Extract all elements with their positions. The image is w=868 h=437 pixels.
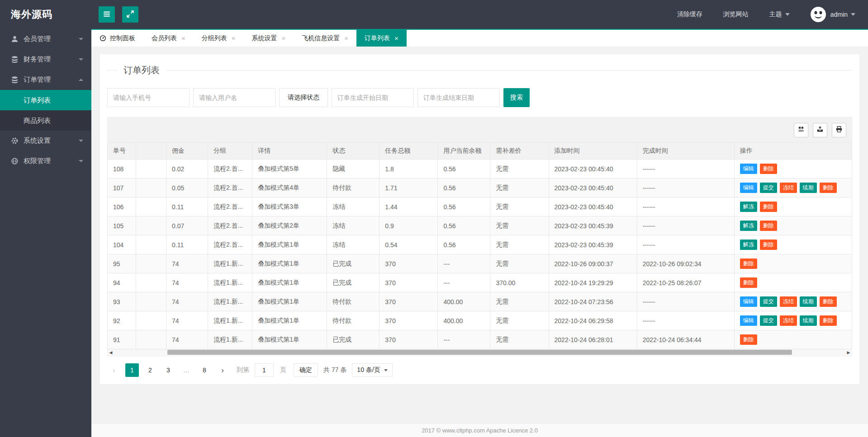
action-button-red[interactable]: 删除 bbox=[760, 164, 777, 174]
page-button-8[interactable]: 8 bbox=[198, 363, 211, 377]
collapse-sidebar-button[interactable] bbox=[99, 6, 115, 23]
action-button-blue[interactable]: 编辑 bbox=[740, 183, 757, 193]
action-button-red[interactable]: 删除 bbox=[760, 221, 777, 231]
table-cell: 0.07 bbox=[166, 216, 208, 235]
phone-input[interactable] bbox=[107, 88, 190, 107]
fullscreen-button[interactable] bbox=[122, 6, 138, 23]
action-button-blue[interactable]: 编辑 bbox=[740, 315, 757, 326]
action-button-red[interactable]: 删除 bbox=[740, 277, 757, 288]
next-page-button[interactable]: › bbox=[216, 363, 229, 377]
action-button-red[interactable]: 删除 bbox=[820, 183, 837, 193]
start-date-input[interactable] bbox=[332, 88, 414, 107]
columns-button[interactable] bbox=[794, 123, 808, 137]
table-cell: 74 bbox=[166, 292, 208, 311]
action-button-blue[interactable]: 编辑 bbox=[740, 296, 757, 307]
action-button-teal[interactable]: 提交 bbox=[760, 296, 777, 307]
sidebar-item-label: 订单管理 bbox=[24, 75, 79, 84]
table-cell: 叠加模式第1单 bbox=[252, 292, 327, 311]
scroll-right-arrow-icon[interactable]: ▶ bbox=[845, 349, 852, 356]
tab-plane-info[interactable]: 飞机信息设置× bbox=[294, 30, 356, 47]
table-cell bbox=[136, 273, 166, 292]
close-icon[interactable]: × bbox=[232, 35, 236, 42]
action-button-teal[interactable]: 提交 bbox=[760, 315, 777, 326]
table-cell: 0.56 bbox=[438, 179, 490, 197]
table-row: 9274流程1.新...叠加模式第1单待付款370400.00无需2022-10… bbox=[108, 311, 852, 330]
username-input[interactable] bbox=[193, 88, 275, 107]
close-icon[interactable]: × bbox=[282, 35, 286, 42]
tab-dashboard[interactable]: 控制面板 bbox=[91, 30, 143, 47]
user-menu[interactable]: admin bbox=[830, 11, 855, 18]
confirm-button[interactable]: 确定 bbox=[294, 363, 318, 377]
action-button-teal[interactable]: 续期 bbox=[800, 183, 817, 193]
table-cell: 0.54 bbox=[379, 235, 438, 254]
page-button-3[interactable]: 3 bbox=[161, 363, 175, 377]
sidebar-item-permission[interactable]: 权限管理 bbox=[0, 151, 91, 171]
action-button-teal[interactable]: 解冻 bbox=[740, 221, 757, 231]
sidebar-item-order-list[interactable]: 订单列表 bbox=[0, 90, 91, 110]
tab-group-list[interactable]: 分组列表× bbox=[194, 30, 244, 47]
sidebar-item-label: 系统设置 bbox=[24, 136, 79, 145]
tab-order-list[interactable]: 订单列表× bbox=[356, 30, 407, 47]
table-cell: 无需 bbox=[490, 235, 549, 254]
end-date-input[interactable] bbox=[417, 88, 500, 107]
sidebar-item-members[interactable]: 会员管理 bbox=[0, 29, 91, 49]
action-button-teal[interactable]: 提交 bbox=[760, 183, 777, 193]
table-toolbar bbox=[107, 117, 852, 142]
scrollbar-thumb[interactable] bbox=[167, 350, 792, 355]
action-button-red[interactable]: 删除 bbox=[740, 258, 757, 269]
close-icon[interactable]: × bbox=[181, 35, 185, 42]
table-cell: 107 bbox=[108, 179, 136, 197]
scroll-left-arrow-icon[interactable]: ◀ bbox=[108, 349, 114, 356]
table-cell: 无需 bbox=[490, 160, 549, 179]
close-icon[interactable]: × bbox=[394, 35, 398, 42]
chevron-down-icon bbox=[785, 13, 790, 16]
status-select[interactable]: 请选择状态 bbox=[279, 88, 328, 107]
action-button-red[interactable]: 冻结 bbox=[780, 183, 797, 193]
action-button-red[interactable]: 删除 bbox=[740, 334, 757, 345]
table-cell: 冻结 bbox=[327, 197, 379, 216]
table-cell: 1.8 bbox=[379, 160, 438, 179]
table-cell: 0.11 bbox=[166, 197, 208, 216]
action-button-red[interactable]: 冻结 bbox=[780, 296, 797, 307]
sidebar-item-finance[interactable]: 财务管理 bbox=[0, 49, 91, 70]
table-cell: 1.71 bbox=[379, 179, 438, 197]
action-button-teal[interactable]: 解冻 bbox=[740, 202, 757, 212]
table-cell: 冻结 bbox=[327, 216, 379, 235]
prev-page-button[interactable]: ‹ bbox=[107, 363, 121, 377]
action-button-red[interactable]: 删除 bbox=[760, 202, 777, 212]
search-button[interactable]: 搜索 bbox=[503, 88, 530, 107]
table-cell: 104 bbox=[108, 235, 136, 254]
tabbar: 控制面板会员列表×分组列表×系统设置×飞机信息设置×订单列表× bbox=[91, 30, 868, 47]
page-button-1[interactable]: 1 bbox=[125, 363, 139, 377]
action-button-red[interactable]: 删除 bbox=[820, 315, 837, 326]
sidebar-item-orders[interactable]: 订单管理 bbox=[0, 70, 91, 90]
hamburger-icon bbox=[103, 10, 111, 19]
avatar[interactable] bbox=[811, 7, 826, 22]
theme-dropdown[interactable]: 主题 bbox=[769, 10, 790, 19]
main-area: 控制面板会员列表×分组列表×系统设置×飞机信息设置×订单列表× 订单列表 请选择… bbox=[91, 29, 868, 437]
page-button-2[interactable]: 2 bbox=[143, 363, 157, 377]
action-button-blue[interactable]: 编辑 bbox=[740, 164, 757, 174]
table-cell: 0.56 bbox=[438, 216, 490, 235]
goto-page-input[interactable] bbox=[255, 363, 274, 377]
export-button[interactable] bbox=[813, 123, 827, 137]
page-buttons: ‹123…8› bbox=[107, 363, 234, 377]
action-button-red[interactable]: 删除 bbox=[820, 296, 837, 307]
sidebar-item-goods-list[interactable]: 商品列表 bbox=[0, 110, 91, 131]
action-button-red[interactable]: 冻结 bbox=[780, 315, 797, 326]
topbar-link-label: 主题 bbox=[769, 10, 782, 19]
clear-cache-link[interactable]: 清除缓存 bbox=[677, 10, 702, 19]
action-button-teal[interactable]: 解冻 bbox=[740, 240, 757, 250]
browse-site-link[interactable]: 浏览网站 bbox=[723, 10, 749, 19]
close-icon[interactable]: × bbox=[344, 35, 348, 42]
tab-system-settings[interactable]: 系统设置× bbox=[244, 30, 294, 47]
action-button-teal[interactable]: 续期 bbox=[800, 296, 817, 307]
tab-label: 分组列表 bbox=[202, 34, 227, 42]
sidebar-item-system[interactable]: 系统设置 bbox=[0, 131, 91, 151]
tab-member-list[interactable]: 会员列表× bbox=[143, 30, 194, 47]
topbar-actions: 清除缓存浏览网站主题 bbox=[656, 10, 790, 19]
page-size-select[interactable]: 10 条/页 bbox=[352, 363, 392, 377]
action-button-red[interactable]: 删除 bbox=[760, 240, 777, 250]
print-button[interactable] bbox=[832, 123, 846, 137]
action-button-teal[interactable]: 续期 bbox=[800, 315, 817, 326]
